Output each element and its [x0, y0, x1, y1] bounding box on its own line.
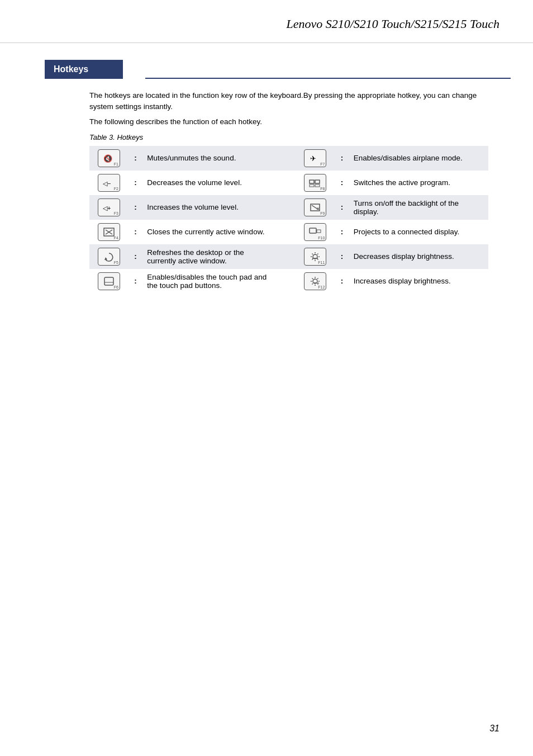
colon-right-0: :	[335, 146, 349, 171]
svg-text:🔇: 🔇	[103, 154, 113, 163]
desc-right-0: Enables/disables airplane mode.	[349, 146, 488, 171]
intro-paragraph-2: The following describes the function of …	[89, 116, 488, 127]
colon-left-2: :	[129, 195, 143, 220]
key-icon-left-3: F4	[89, 220, 129, 244]
colon-left-4: :	[129, 244, 143, 269]
desc-right-3: Projects to a connected display.	[349, 220, 488, 244]
table-row: 🔇 F1 : Mutes/unmutes the sound. ✈ F7 : E…	[89, 146, 488, 171]
table-row: ◁− F2 : Decreases the volume level. F8 :…	[89, 171, 488, 195]
table-caption: Table 3. Hotkeys	[89, 133, 488, 141]
svg-rect-3	[310, 180, 314, 183]
hotkeys-table: 🔇 F1 : Mutes/unmutes the sound. ✈ F7 : E…	[89, 146, 488, 294]
desc-left-0: Mutes/unmutes the sound.	[142, 146, 275, 171]
colon-right-3: :	[335, 220, 349, 244]
svg-rect-5	[310, 185, 314, 187]
desc-left-4: Refreshes the desktop or the currently a…	[142, 244, 275, 269]
svg-rect-15	[317, 230, 321, 233]
key-icon-right-4: F11	[296, 244, 335, 269]
table-row: F6 : Enables/disables the touch pad and …	[89, 269, 488, 294]
colon-left-5: :	[129, 269, 143, 294]
desc-right-1: Switches the active program.	[349, 171, 488, 195]
key-icon-right-1: F8	[296, 171, 335, 195]
key-icon-left-5: F6	[89, 269, 129, 294]
key-icon-left-4: F5	[89, 244, 129, 269]
key-icon-right-3: F10	[296, 220, 335, 244]
desc-right-4: Decreases display brightness.	[349, 244, 488, 269]
section-heading: Hotkeys	[45, 60, 123, 79]
colon-left-1: :	[129, 171, 143, 195]
desc-right-5: Increases display brightness.	[349, 269, 488, 294]
desc-left-3: Closes the currently active window.	[142, 220, 275, 244]
svg-line-24	[317, 259, 318, 260]
desc-right-2: Turns on/off the backlight of the displa…	[349, 195, 488, 220]
colon-left-3: :	[129, 220, 143, 244]
table-row: F5 : Refreshes the desktop or the curren…	[89, 244, 488, 269]
colon-right-4: :	[335, 244, 349, 269]
svg-line-25	[317, 253, 318, 254]
svg-text:✈: ✈	[310, 154, 316, 163]
svg-text:◁−: ◁−	[103, 180, 111, 187]
colon-right-1: :	[335, 171, 349, 195]
svg-rect-6	[315, 185, 320, 187]
svg-marker-17	[104, 257, 107, 260]
table-row: ◁+ F3 : Increases the volume level. ✕ F9…	[89, 195, 488, 220]
svg-line-23	[312, 253, 313, 254]
svg-rect-14	[310, 228, 316, 233]
svg-line-26	[312, 259, 313, 260]
page-number: 31	[489, 724, 499, 734]
svg-line-37	[317, 278, 318, 279]
colon-right-2: :	[335, 195, 349, 220]
desc-left-5: Enables/disables the touch pad and the t…	[142, 269, 275, 294]
svg-text:◁+: ◁+	[103, 205, 111, 211]
svg-text:✕: ✕	[316, 206, 320, 211]
page-title: Lenovo S210/S210 Touch/S215/S215 Touch	[0, 0, 533, 43]
key-icon-left-0: 🔇 F1	[89, 146, 129, 171]
key-icon-left-2: ◁+ F3	[89, 195, 129, 220]
desc-left-1: Decreases the volume level.	[142, 171, 275, 195]
svg-line-38	[312, 284, 313, 285]
table-row: F4 : Closes the currently active window.…	[89, 220, 488, 244]
key-icon-right-5: + F12	[296, 269, 335, 294]
intro-paragraph-1: The hotkeys are located in the function …	[89, 90, 488, 113]
svg-rect-28	[104, 277, 113, 285]
svg-rect-4	[315, 180, 320, 183]
desc-left-2: Increases the volume level.	[142, 195, 275, 220]
colon-right-5: :	[335, 269, 349, 294]
key-icon-left-1: ◁− F2	[89, 171, 129, 195]
svg-line-35	[312, 278, 313, 279]
colon-left-0: :	[129, 146, 143, 171]
key-icon-right-2: ✕ F9	[296, 195, 335, 220]
key-icon-right-0: ✈ F7	[296, 146, 335, 171]
